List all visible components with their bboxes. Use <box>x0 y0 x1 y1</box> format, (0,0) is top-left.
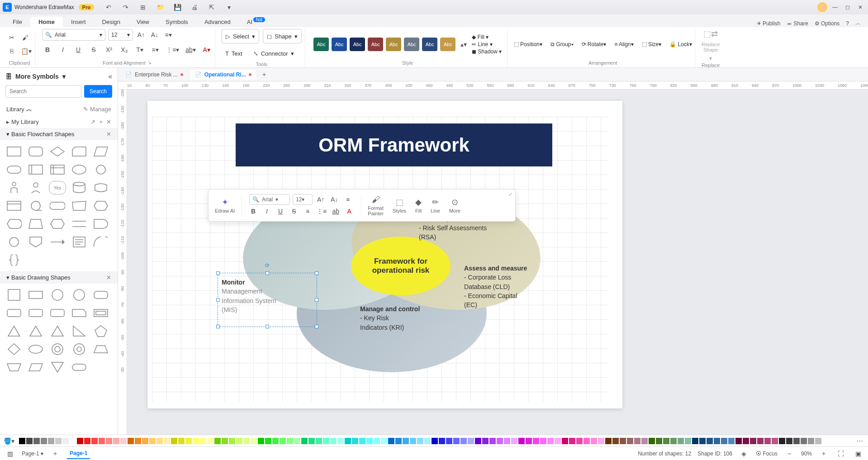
group-button[interactable]: ⧉ Group▾ <box>550 41 574 47</box>
color-swatch[interactable] <box>265 438 271 444</box>
color-swatch[interactable] <box>294 438 300 444</box>
color-swatch[interactable] <box>185 438 192 444</box>
color-swatch[interactable] <box>482 438 489 444</box>
paste-icon[interactable]: 📋▾ <box>20 46 33 57</box>
color-swatch[interactable] <box>468 438 474 444</box>
share-button[interactable]: ⫘ Share <box>787 20 808 27</box>
shape-direct[interactable] <box>49 199 66 213</box>
layers-icon[interactable]: ◈ <box>739 448 749 459</box>
color-swatch[interactable] <box>699 438 706 444</box>
color-swatch[interactable] <box>77 438 83 444</box>
color-swatch[interactable] <box>772 438 778 444</box>
shape-brace[interactable] <box>5 253 23 267</box>
section-flowchart[interactable]: ▾ Basic Flowchart Shapes✕ <box>0 128 118 140</box>
color-swatch[interactable] <box>432 438 438 444</box>
font-dialog-icon[interactable]: ↘ <box>147 60 152 66</box>
copy-icon[interactable]: ⎘ <box>6 46 17 57</box>
dshape-tri4[interactable] <box>49 360 66 374</box>
color-swatch[interactable] <box>48 438 54 444</box>
ft-grow-icon[interactable]: A↑ <box>315 194 326 205</box>
add-tab-icon[interactable]: ＋ <box>259 69 270 80</box>
color-swatch[interactable] <box>214 438 221 444</box>
shape-internal[interactable] <box>49 163 66 176</box>
ft-edraw-ai[interactable]: ✦ Edraw AI <box>212 197 237 213</box>
tab-ai[interactable]: AIhot <box>239 17 273 27</box>
ft-styles[interactable]: ⬚Styles <box>390 197 409 213</box>
dshape-roundrect4[interactable] <box>49 306 66 320</box>
color-swatch[interactable] <box>280 438 286 444</box>
cut-icon[interactable]: ✂ <box>6 32 17 43</box>
zoom-in-icon[interactable]: ＋ <box>818 448 829 459</box>
color-swatch[interactable] <box>19 438 25 444</box>
color-swatch[interactable] <box>113 438 119 444</box>
color-swatch[interactable] <box>598 438 604 444</box>
bullets-icon[interactable]: ⋮≡▾ <box>165 44 180 55</box>
color-swatch[interactable] <box>157 438 163 444</box>
text-manage[interactable]: Manage and control - Key Risk Indicators… <box>360 304 420 332</box>
color-swatch[interactable] <box>678 438 684 444</box>
ft-strike-icon[interactable]: S <box>289 206 299 217</box>
color-swatch[interactable] <box>591 438 597 444</box>
resize-handle[interactable] <box>216 271 220 275</box>
page-tab[interactable]: Page-1 <box>67 448 90 459</box>
superscript-icon[interactable]: X² <box>104 44 114 55</box>
shape-para[interactable] <box>92 145 109 158</box>
color-swatch[interactable] <box>562 438 568 444</box>
shape-tool[interactable]: ◻ Shape ▾ <box>263 29 302 43</box>
color-swatch[interactable] <box>612 438 619 444</box>
color-swatch[interactable] <box>576 438 583 444</box>
dshape-para2[interactable] <box>27 360 44 374</box>
color-swatch[interactable] <box>84 438 90 444</box>
shape-display[interactable] <box>5 217 23 231</box>
color-swatch[interactable] <box>707 438 713 444</box>
ft-color-icon[interactable]: A <box>344 206 355 217</box>
resize-handle[interactable] <box>216 298 220 302</box>
color-swatch[interactable] <box>70 438 76 444</box>
select-tool[interactable]: ▷ Select ▾ <box>222 29 259 43</box>
color-swatch[interactable] <box>649 438 655 444</box>
shape-roundrect[interactable] <box>27 145 44 158</box>
shape-terminator[interactable] <box>5 163 23 176</box>
shape-prep[interactable] <box>92 199 109 213</box>
color-swatch[interactable] <box>316 438 322 444</box>
shrink-font-icon[interactable]: A↓ <box>149 29 160 40</box>
color-swatch[interactable] <box>663 438 669 444</box>
color-swatch[interactable] <box>301 438 308 444</box>
ft-format-painter[interactable]: 🖌Format Painter <box>365 195 386 216</box>
font-color-icon[interactable]: A▾ <box>201 44 212 55</box>
dshape-tri[interactable] <box>5 324 23 338</box>
style-swatch-2[interactable]: Abc <box>332 38 347 51</box>
color-swatch[interactable] <box>229 438 235 444</box>
align-icon[interactable]: ≡▾ <box>163 29 174 40</box>
color-swatch[interactable] <box>497 438 503 444</box>
fit-icon[interactable]: ⛶ <box>835 448 846 459</box>
color-swatch[interactable] <box>793 438 800 444</box>
color-swatch[interactable] <box>728 438 735 444</box>
style-swatch-8[interactable]: Abc <box>440 38 455 51</box>
new-icon[interactable]: ⊞ <box>138 2 148 13</box>
manage-link[interactable]: ✎ Manage <box>83 106 111 113</box>
dshape-circle[interactable] <box>49 288 66 302</box>
color-swatch[interactable] <box>685 438 691 444</box>
color-swatch[interactable] <box>518 438 525 444</box>
shape-card[interactable] <box>71 145 88 158</box>
color-swatch[interactable] <box>359 438 365 444</box>
dshape-roundrect3[interactable] <box>27 306 44 320</box>
options-button[interactable]: ⚙ Options <box>815 20 840 27</box>
collapse-ribbon-icon[interactable]: ︿ <box>855 19 861 27</box>
color-swatch[interactable] <box>272 438 279 444</box>
color-swatch[interactable] <box>330 438 337 444</box>
color-swatch[interactable] <box>55 438 62 444</box>
color-swatch[interactable] <box>764 438 771 444</box>
color-swatch[interactable] <box>243 438 250 444</box>
style-scroll-icon[interactable]: ▴▾ <box>458 39 469 50</box>
color-swatch[interactable] <box>164 438 170 444</box>
shape-person[interactable] <box>5 181 23 194</box>
color-more-icon[interactable]: ⋯ <box>854 436 865 446</box>
color-swatch[interactable] <box>222 438 228 444</box>
pages-icon[interactable]: ▥ <box>5 448 15 459</box>
color-swatch[interactable] <box>62 438 69 444</box>
dshape-rtri[interactable] <box>71 324 88 338</box>
color-swatch[interactable] <box>460 438 467 444</box>
color-swatch[interactable] <box>99 438 105 444</box>
